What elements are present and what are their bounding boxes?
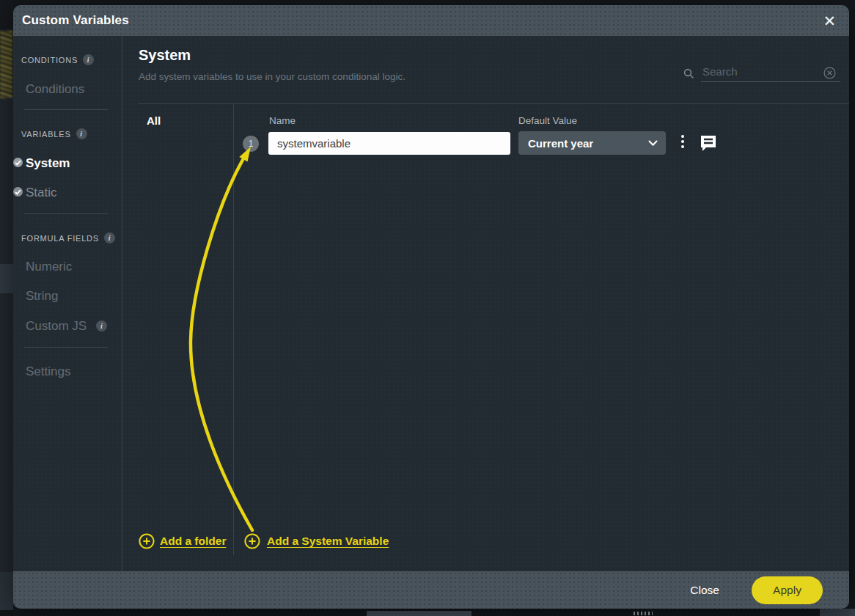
section-label: FORMULA FIELDS xyxy=(21,234,99,243)
info-icon[interactable] xyxy=(83,54,94,65)
close-icon[interactable]: ✕ xyxy=(823,13,836,29)
apply-button[interactable]: Apply xyxy=(752,576,823,604)
search-input[interactable] xyxy=(701,65,840,82)
sidebar-item-conditions[interactable]: Conditions xyxy=(13,81,122,97)
section-label: VARIABLES xyxy=(21,130,71,139)
add-folder-button[interactable]: Add a folder xyxy=(139,533,226,549)
add-system-variable-button[interactable]: Add a System Variable xyxy=(244,533,389,549)
divider xyxy=(24,109,108,110)
backdrop-page-bottom-element xyxy=(820,609,855,616)
sidebar-item-string[interactable]: String xyxy=(13,288,122,304)
dropdown-selected-value: Current year xyxy=(528,137,593,150)
page-title: System xyxy=(139,47,191,64)
sidebar-item-label: Numeric xyxy=(26,260,72,274)
divider xyxy=(24,213,108,214)
sidebar-item-label: String xyxy=(26,289,58,303)
add-system-variable-label: Add a System Variable xyxy=(267,535,389,548)
plus-circle-icon xyxy=(244,533,260,549)
folder-item-all[interactable]: All xyxy=(147,114,161,127)
row-index-badge: 1 xyxy=(243,136,259,152)
sidebar-item-label: Conditions xyxy=(26,82,84,96)
variables-table: Name Default Value 1 Current year xyxy=(234,104,849,571)
modal-footer: Close Apply xyxy=(13,571,849,609)
clear-search-icon[interactable] xyxy=(823,67,836,82)
sidebar-section-formula-fields: FORMULA FIELDS xyxy=(13,232,122,243)
sidebar-item-label: System xyxy=(26,156,70,170)
sidebar-item-static[interactable]: Static xyxy=(13,185,122,200)
page-subtitle: Add system variables to use in your cust… xyxy=(139,71,406,82)
search-box xyxy=(682,65,840,85)
modal-title: Custom Variables xyxy=(22,13,129,28)
modal-titlebar: Custom Variables ✕ xyxy=(13,5,849,36)
main-header: System Add system variables to use in yo… xyxy=(123,36,849,104)
divider xyxy=(24,347,108,348)
check-icon xyxy=(13,187,23,197)
column-header-name: Name xyxy=(269,115,296,126)
info-icon[interactable] xyxy=(104,232,115,243)
sidebar-section-variables: VARIABLES xyxy=(13,128,122,139)
check-icon xyxy=(13,158,23,167)
search-icon xyxy=(683,68,694,79)
sidebar-item-system[interactable]: System xyxy=(13,155,122,171)
close-button[interactable]: Close xyxy=(690,584,719,597)
info-icon[interactable] xyxy=(96,320,107,331)
sidebar-section-conditions: CONDITIONS xyxy=(13,54,122,65)
folders-column: All Add a folder xyxy=(123,104,233,571)
sidebar-item-label: Custom JS xyxy=(26,319,87,333)
sidebar-item-settings[interactable]: Settings xyxy=(13,364,122,379)
section-label: CONDITIONS xyxy=(21,56,78,65)
default-value-dropdown[interactable]: Current year xyxy=(518,131,666,155)
sidebar-item-label: Static xyxy=(26,186,57,199)
modal-body: CONDITIONS Conditions VARIABLES System xyxy=(13,36,849,571)
backdrop-page-image xyxy=(0,31,12,98)
variable-name-input[interactable] xyxy=(268,132,510,155)
main-panel: System Add system variables to use in yo… xyxy=(123,36,849,571)
sidebar: CONDITIONS Conditions VARIABLES System xyxy=(13,36,122,571)
column-header-default-value: Default Value xyxy=(518,115,577,126)
sidebar-item-numeric[interactable]: Numeric xyxy=(13,259,122,274)
add-folder-label: Add a folder xyxy=(160,535,226,548)
sidebar-item-label: Settings xyxy=(26,364,70,378)
main-content: All Add a folder Name Default Value xyxy=(123,104,849,571)
chevron-down-icon xyxy=(648,140,658,147)
custom-variables-modal: Custom Variables ✕ CONDITIONS Conditions… xyxy=(13,5,849,609)
info-icon[interactable] xyxy=(76,128,87,139)
backdrop-page-bottom-text xyxy=(634,612,653,615)
backdrop-page-bottom-element xyxy=(367,611,471,616)
comment-icon[interactable] xyxy=(699,133,718,153)
plus-circle-icon xyxy=(139,533,155,549)
sidebar-item-custom-js[interactable]: Custom JS xyxy=(13,318,122,334)
row-options-kebab-icon[interactable] xyxy=(675,132,690,154)
